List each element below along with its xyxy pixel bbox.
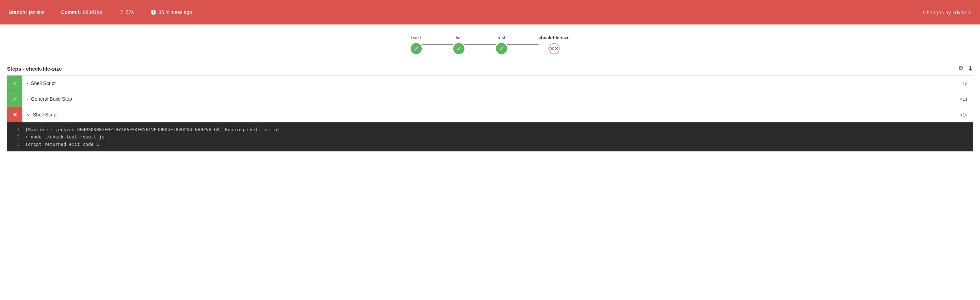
step-row-3: ✕ ∨ Shell Script <1s	[7, 106, 973, 122]
step-status-2: ✓	[7, 91, 22, 106]
log-output: 1 [Mavrin_ci_jenkins-DB4MSDKRB3ENZTHY4HA…	[7, 122, 973, 151]
stage-label-test: test	[498, 35, 505, 40]
stage-circle-build: ✓	[410, 43, 422, 54]
step-content-1: › Shell Script	[22, 81, 963, 86]
commit-label: Commit:	[61, 10, 81, 15]
step-row-1: ✓ › Shell Script 1s	[7, 75, 973, 91]
step-duration-1: 1s	[963, 81, 973, 86]
step-row-2: ✓ › General Build Step <1s	[7, 91, 973, 106]
step-name-1: Shell Script	[31, 81, 56, 86]
stage-label-lint: lint	[456, 35, 462, 40]
log-linenum-3: 3	[13, 141, 19, 148]
log-linenum-1: 1	[13, 126, 19, 133]
step-content-2: › General Build Step	[22, 96, 960, 102]
connector-1	[422, 44, 453, 45]
connector-2	[465, 44, 496, 45]
step-toggle-1[interactable]: ›	[27, 81, 28, 86]
stage-label-build: build	[411, 35, 421, 40]
step-duration-2: <1s	[960, 97, 973, 102]
log-text-2: + node ./check-test-result.js	[25, 133, 105, 141]
duration-value: 57s	[126, 10, 134, 15]
stage-circle-test: ✓	[496, 43, 507, 54]
header-bar: Branch: jenkins Commit: d83d1ba ⏱ 57s 🕐 …	[0, 0, 980, 24]
external-link-icon[interactable]: ⧉	[959, 65, 964, 72]
check-icon-build: ✓	[414, 46, 418, 52]
step-name-2: General Build Step	[31, 96, 72, 102]
stage-check-file-size[interactable]: check-file-size ✕	[539, 35, 570, 54]
header-info: Branch: jenkins Commit: d83d1ba ⏱ 57s 🕐 …	[8, 10, 192, 15]
step-status-1: ✓	[7, 76, 22, 91]
branch-item: Branch: jenkins	[8, 10, 45, 15]
steps-title: Steps - check-file-size	[7, 66, 62, 72]
branch-label: Branch:	[8, 10, 27, 15]
step-status-3: ✕	[7, 107, 22, 122]
stage-lint[interactable]: lint ✓	[453, 35, 465, 54]
duration-item: ⏱ 57s	[119, 10, 134, 15]
stage-circle-check: ✕	[549, 43, 560, 54]
check-icon-test: ✓	[499, 46, 504, 52]
log-linenum-2: 2	[13, 133, 19, 141]
stage-label-check: check-file-size	[539, 35, 570, 40]
steps-header: Steps - check-file-size ⧉ ⬇	[7, 65, 973, 72]
step-toggle-2[interactable]: ›	[27, 97, 28, 102]
step-check-icon-2: ✓	[13, 96, 17, 102]
stage-circle-lint: ✓	[453, 43, 465, 54]
commit-item: Commit: d83d1ba	[61, 10, 102, 15]
pipeline-section: build ✓ lint ✓ test ✓ check-file-size ✕	[0, 24, 980, 61]
step-duration-3: <1s	[960, 112, 973, 117]
stage-test[interactable]: test ✓	[496, 35, 507, 54]
check-icon-lint: ✓	[457, 46, 461, 52]
time-ago-item: 🕐 35 minutes ago	[150, 10, 192, 15]
log-line-3: 3 script returned exit code 1	[13, 141, 967, 148]
changes-text: Changes by krivlenia	[923, 10, 972, 15]
branch-value: jenkins	[29, 10, 45, 15]
cross-icon-check: ✕	[549, 46, 554, 52]
timer-icon: ⏱	[119, 10, 124, 15]
stage-build[interactable]: build ✓	[410, 35, 422, 54]
step-name-3: Shell Script	[33, 112, 58, 117]
pipeline-row: build ✓ lint ✓ test ✓ check-file-size ✕	[410, 35, 570, 54]
steps-actions: ⧉ ⬇	[959, 65, 973, 72]
steps-section: Steps - check-file-size ⧉ ⬇ ✓ › Shell Sc…	[0, 61, 980, 155]
download-icon[interactable]: ⬇	[968, 65, 973, 72]
log-text-1: [Mavrin_ci_jenkins-DB4MSDKRB3ENZTHY4HAFS…	[25, 126, 280, 133]
log-line-1: 1 [Mavrin_ci_jenkins-DB4MSDKRB3ENZTHY4HA…	[13, 126, 967, 133]
step-cross-icon-3: ✕	[13, 111, 17, 118]
commit-value: d83d1ba	[83, 10, 102, 15]
step-check-icon-1: ✓	[13, 80, 17, 87]
step-content-3: ∨ Shell Script	[22, 112, 960, 117]
time-ago-value: 35 minutes ago	[158, 10, 192, 15]
step-toggle-3[interactable]: ∨	[27, 112, 30, 117]
log-line-2: 2 + node ./check-test-result.js	[13, 133, 967, 141]
connector-3	[507, 44, 539, 45]
clock-icon: 🕐	[150, 10, 156, 15]
log-text-3: script returned exit code 1	[25, 141, 99, 148]
